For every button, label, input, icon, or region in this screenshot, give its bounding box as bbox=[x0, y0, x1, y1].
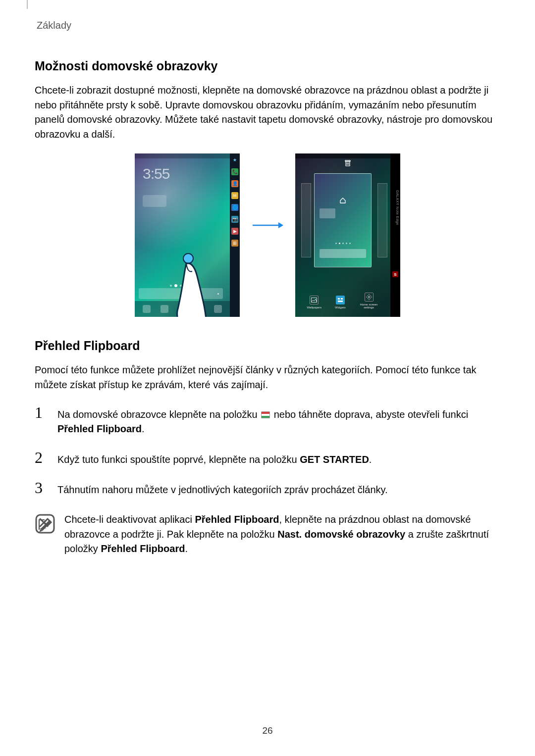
mail-icon: ✉ bbox=[231, 192, 238, 199]
phone-icon: 📞 bbox=[231, 168, 238, 175]
trash-icon bbox=[344, 159, 351, 166]
edge-panel: ★ 📞 👤 ✉ 🌐 📷 ▶ ⊞ bbox=[230, 153, 240, 317]
svg-point-12 bbox=[368, 296, 370, 298]
weather-widget bbox=[143, 195, 166, 207]
section1-title: Možnosti domovské obrazovky bbox=[35, 59, 500, 73]
widgets-label: Widgets bbox=[335, 306, 346, 309]
flipboard-icon bbox=[261, 411, 270, 418]
note-text-a: Chcete-li deaktivovat aplikaci bbox=[64, 514, 195, 525]
svg-rect-4 bbox=[345, 160, 350, 161]
gear-icon bbox=[365, 293, 374, 302]
step2-bold: GET STARTED bbox=[300, 454, 369, 465]
edge-panel-dark: GALAXY Note Edge S bbox=[390, 153, 400, 317]
step-2: 2 Když tuto funkci spouštíte poprvé, kle… bbox=[35, 450, 500, 467]
note-text-d: . bbox=[185, 543, 188, 554]
step-number: 3 bbox=[35, 480, 49, 496]
note-bold2: Nast. domovské obrazovky bbox=[277, 529, 405, 540]
page-indicator bbox=[135, 285, 230, 287]
step2-text-a: Když tuto funkci spouštíte poprvé, klepn… bbox=[57, 454, 300, 465]
wallpapers-label: Wallpapers bbox=[307, 306, 321, 309]
phone-before: 3:55 ★ 📞 👤 ✉ 🌐 📷 ▶ ⊞ bbox=[135, 153, 240, 317]
section2-body: Pomocí této funkce můžete prohlížet nejn… bbox=[35, 363, 500, 392]
running-head: Základy bbox=[37, 20, 500, 31]
widgets-button: Widgets bbox=[335, 296, 346, 309]
figure-row: 3:55 ★ 📞 👤 ✉ 🌐 📷 ▶ ⊞ bbox=[35, 153, 500, 317]
adjacent-panel-left bbox=[301, 183, 311, 257]
search-bar bbox=[139, 288, 223, 299]
svg-rect-9 bbox=[338, 298, 340, 300]
step-1: 1 Na domovské obrazovce klepněte na polo… bbox=[35, 404, 500, 437]
step1-text-a: Na domovské obrazovce klepněte na položk… bbox=[57, 409, 260, 420]
step-number: 2 bbox=[35, 450, 49, 465]
video-icon: ▶ bbox=[231, 228, 238, 235]
edge-brand-label: GALAXY Note Edge bbox=[396, 190, 399, 225]
widgets-icon bbox=[336, 296, 345, 304]
note-bold1: Přehled Flipboard bbox=[195, 514, 279, 525]
step1-bold: Přehled Flipboard bbox=[57, 423, 142, 434]
home-icon bbox=[340, 198, 346, 204]
step-number: 1 bbox=[35, 404, 49, 420]
dock bbox=[135, 301, 230, 317]
arrow-icon bbox=[252, 220, 283, 230]
section2-title: Přehled Flipboard bbox=[35, 339, 500, 353]
contact-icon: 👤 bbox=[231, 180, 238, 187]
step-3: 3 Táhnutím nahoru můžete v jednotlivých … bbox=[35, 480, 500, 498]
camera-icon: 📷 bbox=[231, 216, 238, 223]
svg-rect-11 bbox=[338, 301, 343, 302]
globe-icon: 🌐 bbox=[231, 204, 238, 211]
step3-text: Táhnutím nahoru můžete v jednotlivých ka… bbox=[57, 484, 388, 495]
clock-time: 3:55 bbox=[143, 165, 169, 182]
phone-after: GALAXY Note Edge S Wallpapers Widgets bbox=[295, 153, 400, 317]
home-settings-button: Home screen settings bbox=[359, 293, 379, 309]
star-icon: ★ bbox=[231, 156, 238, 163]
s-note-icon: S bbox=[392, 271, 398, 277]
grid-icon: ⊞ bbox=[231, 240, 238, 247]
side-rule bbox=[27, 0, 28, 9]
wallpapers-button: Wallpapers bbox=[307, 296, 321, 309]
steps-list: 1 Na domovské obrazovce klepněte na polo… bbox=[35, 404, 500, 498]
svg-rect-10 bbox=[341, 298, 343, 300]
image-icon bbox=[310, 296, 319, 304]
note-bold3: Přehled Flipboard bbox=[101, 543, 185, 554]
mini-page-indicator bbox=[315, 243, 371, 244]
settings-label: Home screen settings bbox=[359, 303, 379, 309]
step1-text-b: nebo táhněte doprava, abyste otevřeli fu… bbox=[271, 409, 468, 420]
section1-body: Chcete-li zobrazit dostupné možnosti, kl… bbox=[35, 83, 500, 142]
page-number: 26 bbox=[0, 725, 535, 736]
home-panel-preview bbox=[314, 173, 372, 267]
svg-marker-2 bbox=[278, 222, 283, 228]
note-icon bbox=[35, 513, 55, 534]
note-block: Chcete-li deaktivovat aplikaci Přehled F… bbox=[35, 512, 500, 556]
step1-text-c: . bbox=[142, 423, 145, 434]
adjacent-panel-right bbox=[377, 183, 387, 257]
step2-text-b: . bbox=[369, 454, 372, 465]
